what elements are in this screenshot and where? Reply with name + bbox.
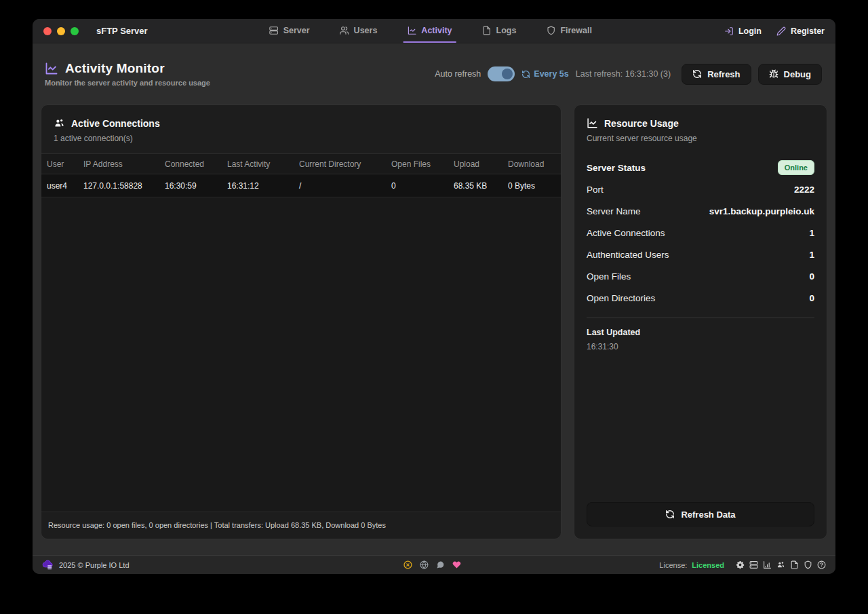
stat-open-files: Open Files 0: [587, 265, 814, 287]
refresh-interval[interactable]: Every 5s: [521, 69, 568, 79]
tab-label: Users: [354, 26, 378, 35]
titlebar: sFTP Server Server Users Activity Logs: [33, 19, 835, 43]
column-header: IP Address: [83, 159, 165, 169]
cell-upload: 68.35 KB: [454, 181, 508, 191]
connections-table: User IP Address Connected Last Activity …: [41, 153, 561, 512]
cell-download: 0 Bytes: [508, 181, 555, 191]
auto-refresh-label: Auto refresh: [435, 69, 481, 79]
copyright-text: 2025 © Purple IO Ltd: [59, 561, 130, 569]
cell-user: user4: [47, 181, 83, 191]
stat-active-connections: Active Connections 1: [587, 222, 814, 244]
transfers-summary: Resource usage: 0 open files, 0 open dir…: [41, 512, 561, 529]
stat-server-status: Server Status Online: [587, 157, 814, 178]
page-header: Activity Monitor Monitor the server acti…: [33, 43, 835, 104]
tab-label: Server: [283, 26, 310, 35]
refresh-button[interactable]: Refresh: [682, 64, 751, 85]
resource-usage-panel: Resource Usage Current server resource u…: [574, 104, 827, 539]
tab-label: Activity: [421, 26, 452, 35]
stat-server-name: Server Name svr1.backup.purpleio.uk: [587, 200, 814, 222]
column-header: Upload: [454, 159, 508, 169]
connections-panel-title: Active Connections: [71, 118, 160, 129]
tab-logs[interactable]: Logs: [478, 19, 521, 43]
stat-label: Server Name: [587, 206, 641, 216]
stat-port: Port 2222: [587, 178, 814, 200]
stat-authenticated-users: Authenticated Users 1: [587, 244, 814, 265]
connections-count: 1 active connection(s): [41, 134, 561, 143]
stat-label: Open Files: [587, 271, 631, 282]
users-icon[interactable]: [776, 560, 785, 569]
active-connections-panel: Active Connections 1 active connection(s…: [41, 104, 561, 539]
users-group-icon: [54, 117, 65, 129]
file-icon[interactable]: [790, 560, 799, 569]
footer-social-links: [403, 560, 461, 569]
stat-label: Server Status: [587, 163, 646, 173]
last-refresh-text: Last refresh: 16:31:30 (3): [576, 69, 671, 79]
refresh-cw-icon: [665, 510, 675, 519]
heart-icon[interactable]: [452, 560, 461, 569]
auto-refresh-toggle[interactable]: [488, 66, 515, 81]
column-header: Current Directory: [299, 159, 391, 169]
cell-last-activity: 16:31:12: [227, 181, 299, 191]
close-window-button[interactable]: [43, 27, 52, 35]
stat-value: 2222: [794, 185, 814, 195]
tab-firewall[interactable]: Firewall: [542, 19, 596, 43]
x-circle-icon[interactable]: [403, 560, 412, 569]
gear-icon[interactable]: [736, 560, 745, 569]
help-icon[interactable]: [817, 560, 826, 569]
stat-open-directories: Open Directories 0: [587, 287, 814, 309]
status-bar: 2025 © Purple IO Ltd License: Licensed: [33, 555, 835, 574]
cell-open-files: 0: [391, 181, 454, 191]
stat-value: 0: [809, 293, 814, 303]
stat-label: Open Directories: [587, 293, 655, 303]
register-button[interactable]: Register: [776, 26, 825, 36]
stat-value: svr1.backup.purpleio.uk: [709, 206, 814, 216]
last-updated-label: Last Updated: [587, 328, 814, 337]
shield-icon[interactable]: [804, 560, 812, 569]
login-label: Login: [738, 26, 762, 36]
globe-icon[interactable]: [420, 560, 429, 569]
table-header-row: User IP Address Connected Last Activity …: [41, 154, 561, 174]
footer-left: 2025 © Purple IO Ltd: [42, 560, 130, 570]
shield-icon: [546, 26, 555, 35]
stat-label: Active Connections: [587, 228, 665, 238]
chart-line-icon: [587, 117, 598, 129]
auth-actions: Login Register: [724, 26, 825, 36]
app-window: sFTP Server Server Users Activity Logs: [33, 19, 835, 574]
stat-value: 0: [809, 271, 814, 282]
tab-label: Firewall: [560, 26, 592, 35]
status-badge: Online: [778, 160, 814, 175]
refresh-cw-icon: [521, 70, 530, 79]
tab-activity[interactable]: Activity: [403, 19, 456, 43]
app-title: sFTP Server: [96, 26, 148, 36]
bug-icon: [769, 69, 778, 79]
tab-server[interactable]: Server: [265, 19, 314, 43]
stat-label: Authenticated Users: [587, 250, 669, 260]
chart-bar-icon[interactable]: [763, 560, 772, 569]
refresh-data-button[interactable]: Refresh Data: [587, 502, 814, 526]
main-content: Active Connections 1 active connection(s…: [33, 104, 835, 555]
chat-icon[interactable]: [436, 560, 445, 569]
file-icon: [482, 26, 492, 35]
minimize-window-button[interactable]: [57, 27, 65, 35]
purple-io-logo: [42, 560, 54, 570]
debug-button-label: Debug: [784, 69, 811, 79]
column-header: Open Files: [391, 159, 454, 169]
server-icon: [269, 26, 279, 35]
server-icon[interactable]: [749, 560, 758, 569]
column-header: Last Activity: [227, 159, 299, 169]
window-controls: [43, 27, 79, 35]
refresh-data-label: Refresh Data: [681, 510, 735, 520]
chart-line-icon: [407, 26, 416, 35]
resource-panel-title: Resource Usage: [604, 118, 679, 129]
login-button[interactable]: Login: [724, 26, 762, 36]
stat-value: 1: [809, 250, 814, 260]
table-row[interactable]: user4 127.0.0.1:58828 16:30:59 16:31:12 …: [41, 174, 561, 197]
cell-connected: 16:30:59: [165, 181, 227, 191]
divider: [587, 318, 814, 318]
maximize-window-button[interactable]: [71, 27, 79, 35]
cell-current-directory: /: [299, 181, 391, 191]
page-heading: Activity Monitor Monitor the server acti…: [45, 61, 210, 87]
tab-users[interactable]: Users: [336, 19, 382, 43]
debug-button[interactable]: Debug: [758, 64, 822, 85]
toggle-knob: [502, 69, 513, 79]
